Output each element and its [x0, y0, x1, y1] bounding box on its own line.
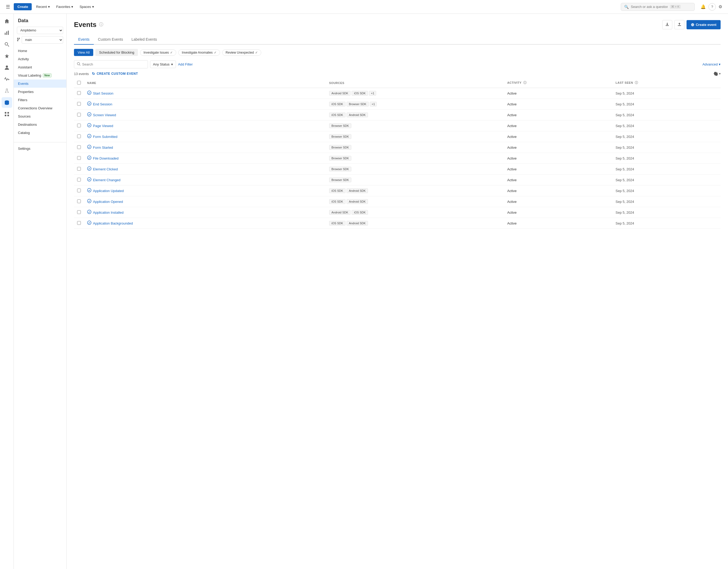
advanced-button[interactable]: Advanced ▾	[702, 62, 721, 66]
row-checkbox[interactable]	[77, 199, 81, 203]
event-link[interactable]: End Session	[87, 101, 323, 107]
event-link[interactable]: Application Opened	[87, 199, 323, 204]
last-seen-value: Sep 5, 2024	[615, 146, 634, 150]
status-dropdown[interactable]: Any Status ▾	[150, 60, 176, 68]
workspace-selector: Amplidemo	[17, 27, 63, 34]
event-link[interactable]: Element Changed	[87, 177, 323, 183]
event-last-seen-cell: Sep 5, 2024	[612, 99, 721, 110]
sidebar-icon-home[interactable]	[2, 16, 12, 26]
create-button[interactable]: Create	[14, 3, 32, 10]
sidebar-item-events[interactable]: Events	[14, 80, 66, 88]
settings-button[interactable]: ⚙	[717, 3, 724, 11]
page-title: Events	[74, 21, 96, 29]
event-activity-cell: Active	[504, 196, 612, 207]
tab-events[interactable]: Events	[74, 35, 94, 45]
global-search-input[interactable]	[631, 5, 668, 9]
chevron-down-icon: ▾	[719, 72, 721, 76]
event-sources-cell: Browser SDK	[326, 164, 504, 175]
row-checkbox-cell	[74, 142, 84, 153]
activity-info-icon[interactable]: ⓘ	[523, 81, 527, 85]
event-link[interactable]: Screen Viewed	[87, 112, 323, 118]
row-checkbox[interactable]	[77, 91, 81, 95]
filter-label: Investigate Issues	[143, 51, 169, 54]
add-filter-button[interactable]: Add Filter	[178, 62, 193, 66]
sidebar-icon-star[interactable]	[2, 51, 12, 61]
event-name-cell: Page Viewed	[84, 120, 326, 131]
create-custom-event-button[interactable]: ↻ CREATE CUSTOM EVENT	[92, 72, 138, 76]
filter-investigate-issues[interactable]: Investigate Issues ✓	[140, 49, 176, 56]
sidebar-icon-person[interactable]	[2, 62, 12, 73]
event-link[interactable]: Start Session	[87, 91, 323, 96]
table-row: Form Submitted Browser SDKActiveSep 5, 2…	[74, 131, 721, 142]
sidebar-icon-activity[interactable]	[2, 74, 12, 85]
filter-scheduled-blocking[interactable]: Scheduled for Blocking	[95, 49, 138, 56]
download-button[interactable]	[662, 20, 672, 29]
event-sources-cell: iOS SDKAndroid SDK	[326, 218, 504, 229]
row-checkbox[interactable]	[77, 134, 81, 138]
sidebar-item-visual-labeling[interactable]: Visual Labeling New	[14, 71, 66, 80]
recent-dropdown[interactable]: Recent ▾	[34, 4, 52, 10]
upload-button[interactable]	[674, 20, 684, 29]
spaces-dropdown[interactable]: Spaces ▾	[77, 4, 96, 10]
row-checkbox[interactable]	[77, 189, 81, 192]
sidebar-item-filters[interactable]: Filters	[14, 96, 66, 104]
event-link[interactable]: Application Updated	[87, 188, 323, 193]
row-checkbox[interactable]	[77, 124, 81, 127]
tab-custom-events[interactable]: Custom Events	[94, 35, 127, 45]
row-checkbox[interactable]	[77, 178, 81, 181]
event-link[interactable]: Form Started	[87, 145, 323, 150]
sidebar-icon-chart[interactable]	[2, 27, 12, 38]
sidebar-item-activity[interactable]: Activity	[14, 55, 66, 63]
filter-label: Investigate Anomalies	[182, 51, 213, 54]
svg-point-22	[87, 145, 91, 149]
sidebar-item-assistant[interactable]: Assistant	[14, 63, 66, 71]
tabs: Events Custom Events Labeled Events	[74, 35, 721, 45]
sidebar-item-properties[interactable]: Properties	[14, 88, 66, 96]
event-link[interactable]: Application Installed	[87, 210, 323, 215]
branch-dropdown[interactable]: main	[22, 36, 63, 44]
sidebar-icon-search[interactable]	[2, 39, 12, 50]
favorites-dropdown[interactable]: Favorites ▾	[54, 4, 75, 10]
event-link[interactable]: Form Submitted	[87, 134, 323, 139]
sidebar-icon-database[interactable]	[2, 97, 12, 108]
workspace-dropdown[interactable]: Amplidemo	[17, 27, 63, 34]
event-link[interactable]: File Downloaded	[87, 156, 323, 161]
info-icon[interactable]: ⓘ	[99, 22, 103, 27]
settings-link[interactable]: Settings	[18, 147, 62, 151]
row-checkbox-cell	[74, 185, 84, 196]
notifications-button[interactable]: 🔔	[699, 3, 707, 11]
sidebar-item-home[interactable]: Home	[14, 47, 66, 55]
sidebar-item-sources[interactable]: Sources	[14, 112, 66, 120]
filter-view-all[interactable]: View All	[74, 49, 93, 56]
create-event-button[interactable]: ⊕ Events Create event	[687, 20, 721, 29]
row-checkbox-cell	[74, 120, 84, 131]
event-link[interactable]: Application Backgrounded	[87, 221, 323, 226]
last-seen-value: Sep 5, 2024	[615, 124, 634, 128]
sidebar-item-catalog[interactable]: Catalog	[14, 129, 66, 137]
row-checkbox[interactable]	[77, 167, 81, 171]
select-all-checkbox[interactable]	[77, 81, 81, 85]
row-checkbox[interactable]	[77, 156, 81, 160]
sidebar-icon-grid[interactable]	[2, 109, 12, 119]
help-button[interactable]: ?	[708, 3, 716, 11]
hamburger-button[interactable]: ☰	[4, 2, 12, 11]
row-checkbox[interactable]	[77, 113, 81, 116]
table-settings-button[interactable]: ▾	[714, 72, 721, 76]
sidebar-item-connections-overview[interactable]: Connections Overview	[14, 104, 66, 112]
sidebar-icon-flask[interactable]	[2, 86, 12, 96]
svg-rect-8	[7, 112, 9, 114]
search-input[interactable]	[82, 62, 135, 66]
filter-investigate-anomalies[interactable]: Investigate Anomalies ✓	[178, 49, 220, 56]
row-checkbox[interactable]	[77, 102, 81, 106]
event-activity-cell: Active	[504, 207, 612, 218]
tab-labeled-events[interactable]: Labeled Events	[127, 35, 161, 45]
event-link[interactable]: Element Clicked	[87, 166, 323, 172]
last-seen-info-icon[interactable]: ⓘ	[635, 81, 638, 85]
row-checkbox-cell	[74, 99, 84, 110]
row-checkbox[interactable]	[77, 210, 81, 214]
event-link[interactable]: Page Viewed	[87, 123, 323, 128]
row-checkbox[interactable]	[77, 221, 81, 225]
row-checkbox[interactable]	[77, 145, 81, 149]
filter-review-unexpected[interactable]: Review Unexpected ✓	[222, 49, 261, 56]
sidebar-item-destinations[interactable]: Destinations	[14, 120, 66, 129]
